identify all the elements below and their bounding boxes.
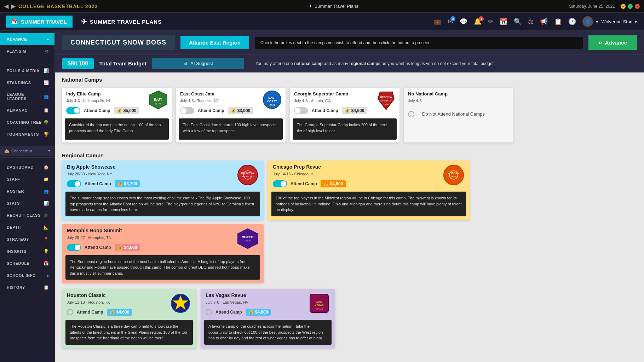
sidebar-item-history[interactable]: HISTORY 📋 [0,281,54,293]
window-title: Summer Travel Plans [315,4,358,9]
sidebar-item-depth[interactable]: DEPTH 📐 [0,221,54,233]
page-title: ✈ SUMMER TRAVEL PLANS [81,17,162,26]
chat-icon[interactable]: 💬 [460,18,467,25]
forward-icon[interactable]: ▶ [11,3,16,10]
regional-toggle-memphis[interactable] [67,244,81,251]
nav-icons: 💼 ✉ 8 💬 🔔 1 ✏ 📆 🔍 ⚖ 📢 📋 🕐 👤 ▾ Wolverine … [434,16,638,27]
sidebar-item-recruit-class[interactable]: RECRUIT CLASS 🎓 [0,209,54,221]
sidebar-item-advance[interactable]: ADVANCE » [0,33,54,45]
team-name-button[interactable]: CONNECTICUT SNOW DOGS [62,35,175,50]
regional-camp-name-houston: Houston Classic [67,292,106,298]
instruction-box: Check the boxes next to the camps you wi… [255,37,583,49]
maximize-button[interactable]: □ [628,4,633,9]
minimize-button[interactable]: – [621,4,626,9]
user-avatar: 👤 [582,16,593,27]
regional-toggle-houston[interactable] [67,309,73,315]
sidebar-item-insights[interactable]: INSIGHTS 💡 [0,245,54,257]
sidebar-item-stats[interactable]: STATS 📊 [0,197,54,209]
chicago-logo: CHICAGO PREP [441,163,466,187]
regional-toggle-bigapple[interactable] [67,180,81,187]
close-button[interactable]: × [635,4,640,9]
regional-desc-chicago: 100 of the top players in the Midwest re… [271,192,466,216]
sidebar-item-standings[interactable]: STANDINGS 📈 [0,77,54,89]
briefcase-icon[interactable]: 💼 [434,18,442,25]
regional-camp-name-lasvegas: Las Vegas Revue [206,292,246,298]
camp-cost-georgia: 💰 $4,600 [342,107,367,114]
clock-icon[interactable]: 🕐 [568,18,576,25]
sidebar-item-tournaments[interactable]: TOURNAMENTS 🏆 [0,128,54,140]
attend-toggle-georgia[interactable] [294,107,308,114]
budget-note: You may attend one national camp and as … [255,61,637,66]
insights-icon: 💡 [44,249,49,254]
sidebar-item-roster[interactable]: ROSTER 👥 [0,185,54,197]
sidebar-item-coaching-tree[interactable]: COACHING TREE 🌳 [0,116,54,128]
budget-row: $80,100 Total Team Budget 🖥 AI Suggest Y… [55,54,644,72]
regional-attend-row-chicago: Attend Camp 💰 $4,600 [268,178,470,189]
region-button[interactable]: Atlantic East Region [180,36,249,49]
whistle-icon[interactable]: 📢 [540,18,548,25]
attend-label-memphis: Attend Camp [85,245,111,250]
sidebar-item-strategy[interactable]: STRATEGY 📍 [0,233,54,245]
svg-text:REVUE: REVUE [316,308,323,310]
nav-active-section[interactable]: 📅 SUMMER TRAVEL [6,16,73,28]
sidebar-item-school-info[interactable]: SCHOOL INFO ℹ [0,269,54,281]
regional-camp-name-chicago: Chicago Prep Revue [273,164,321,170]
sidebar-item-schedule[interactable]: SCHEDULE 📅 [0,257,54,269]
search-icon[interactable]: 🔍 [514,18,522,25]
camp-cost-indy: 💰 $5,000 [114,107,139,114]
polls-icon: 📊 [44,68,49,73]
school-icon: 🏫 [4,148,9,153]
edit-icon[interactable]: ✏ [488,18,493,25]
regional-cost-memphis: 💰 $4,600 [115,244,140,251]
attend-label: Attend Camp [84,108,110,113]
camp-desc-indy: Considered the top camp in the nation. 1… [65,118,169,140]
camp-cost-ecj: 💰 $3,900 [228,107,253,114]
svg-text:HOOP: HOOP [245,240,251,242]
ai-suggest-button[interactable]: 🖥 AI Suggest [152,58,244,69]
clipboard-icon[interactable]: 📋 [554,18,562,25]
regional-camp-date-memphis: July 25-27 - Memphis, TN [62,235,264,242]
attend-toggle-indy[interactable] [66,107,80,114]
scale-icon[interactable]: ⚖ [528,18,534,25]
regional-cost-chicago: 💰 $4,600 [321,180,346,187]
regional-toggle-chicago[interactable] [273,180,287,187]
bell-icon[interactable]: 🔔 1 [474,18,482,25]
depth-icon: 📐 [44,225,49,230]
sidebar-item-dashboard[interactable]: DASHBOARD 🏠 [0,161,54,173]
regional-cost-bigapple: 💰 $3,700 [115,180,140,187]
sidebar-item-playsim[interactable]: PLAY/SIM ⚙ [0,45,54,57]
user-section[interactable]: 👤 ▾ Wolverine Studios [582,16,638,27]
cost-icon: 💰 [117,108,122,113]
camp-date-none: July 4-6 [404,99,513,105]
bigapple-logo: BIG APPLE SHOWCASE [235,163,260,187]
envelope-icon[interactable]: ✉ 8 [448,18,453,25]
envelope-badge: 8 [450,16,455,21]
svg-text:INDY: INDY [154,98,162,101]
attend-label-chicago: Attend Camp [291,181,317,186]
camp-attend-row-none: Do Not Attend National Camps [404,105,513,123]
regional-desc-bigapple: The summer camp season closes with the m… [65,192,260,216]
attend-toggle-ecj[interactable] [180,107,194,114]
advance-arrow-icon: » [46,37,49,42]
cost-icon-georgia: 💰 [345,108,350,113]
no-camp-radio[interactable] [408,111,414,117]
national-camps-grid: Indy Elite Camp INDY ELITE July 4-6 - In… [55,85,644,148]
sidebar-school-selector[interactable]: 🏫 Connecticut ▾ [0,146,54,156]
sidebar-item-staff[interactable]: STAFF 📁 [0,173,54,185]
dropdown-arrow: ▾ [596,19,598,24]
sidebar-item-league-leaders[interactable]: LEAGUE LEADERS 👥 [0,89,54,104]
sidebar-item-polls[interactable]: POLLS & MEDIA 📊 [0,65,54,77]
svg-text:EAST: EAST [268,96,276,99]
calendar-nav-icon[interactable]: 📆 [500,18,507,25]
advance-button[interactable]: » Advance [588,35,637,50]
sidebar-item-almanac[interactable]: ALMANAC 📋 [0,104,54,116]
history-icon: 📋 [44,285,49,290]
national-camp-card-georgia: Georgia Superstar Camp GEORGIA SUPERSTAR… [290,88,399,142]
svg-text:VEGAS: VEGAS [315,304,324,306]
national-camp-card-none: No National Camp July 4-6 Do Not Attend … [404,88,513,142]
camp-card-header-none: No National Camp [404,88,513,99]
school-info-icon: ℹ [47,273,49,278]
coaching-tree-icon: 🌳 [44,120,49,125]
back-icon[interactable]: ◀ [4,3,8,10]
regional-toggle-lasvegas[interactable] [206,309,212,315]
